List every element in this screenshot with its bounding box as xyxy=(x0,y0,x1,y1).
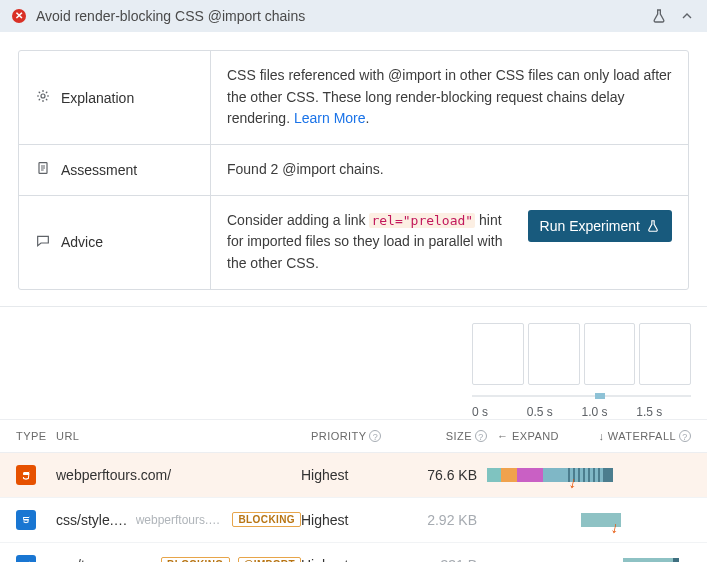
run-experiment-button[interactable]: Run Experiment xyxy=(528,210,672,242)
col-waterfall[interactable]: ↓ WATERFALL xyxy=(598,430,676,442)
progress-track xyxy=(472,395,691,397)
advice-code: rel="preload" xyxy=(369,213,475,228)
request-priority: Highest xyxy=(301,512,397,528)
css-file-icon xyxy=(16,510,36,530)
assessment-text: Found 2 @import chains. xyxy=(227,159,672,181)
filmstrip-frame[interactable] xyxy=(528,323,580,385)
filmstrip-frame[interactable] xyxy=(639,323,691,385)
waterfall-table-header: TYPE URL PRIORITY? SIZE? ← EXPAND ↓ WATE… xyxy=(0,419,707,453)
html-file-icon xyxy=(16,465,36,485)
assessment-row: Assessment Found 2 @import chains. xyxy=(19,144,688,195)
progress-mark xyxy=(595,393,605,399)
advice-label: Advice xyxy=(61,234,103,250)
table-row[interactable]: css/typogra… we… BLOCKING @IMPORT Highes… xyxy=(0,543,707,562)
tick-label: 0.5 s xyxy=(527,405,582,419)
learn-more-link[interactable]: Learn More xyxy=(294,110,366,126)
help-icon[interactable]: ? xyxy=(369,430,381,442)
css-file-icon xyxy=(16,555,36,562)
filmstrip-frame[interactable] xyxy=(584,323,636,385)
issue-title: Avoid render-blocking CSS @import chains xyxy=(36,8,641,24)
chat-icon xyxy=(35,233,51,252)
table-row[interactable]: css/style.css webperftours.co… BLOCKING … xyxy=(0,498,707,543)
blocking-tag: BLOCKING xyxy=(232,512,301,527)
chain-arrow-icon: ↓ xyxy=(609,519,620,536)
request-priority: Highest xyxy=(301,557,397,562)
table-row[interactable]: webperftours.com/ Highest 76.6 KB ↓ xyxy=(0,453,707,498)
col-type[interactable]: TYPE xyxy=(16,430,56,442)
tick-label: 0 s xyxy=(472,405,527,419)
collapse-icon[interactable] xyxy=(679,8,695,24)
request-url: webperftours.com/ xyxy=(56,467,171,483)
request-host: webperftours.co… xyxy=(136,513,225,527)
col-url[interactable]: URL xyxy=(56,430,311,442)
svg-point-0 xyxy=(41,94,45,98)
col-priority[interactable]: PRIORITY xyxy=(311,430,366,442)
blocking-tag: BLOCKING xyxy=(161,557,230,562)
issue-info-panel: Explanation CSS files referenced with @i… xyxy=(18,50,689,290)
col-expand[interactable]: ← EXPAND xyxy=(487,430,569,442)
waterfall-section: 0 s 0.5 s 1.0 s 1.5 s TYPE URL PRIORITY?… xyxy=(0,306,707,562)
request-url: css/style.css xyxy=(56,512,128,528)
clipboard-icon xyxy=(35,160,51,179)
filmstrip xyxy=(472,323,691,385)
request-host: we… xyxy=(131,558,153,562)
help-icon[interactable]: ? xyxy=(475,430,487,442)
col-size[interactable]: SIZE xyxy=(446,430,472,442)
issue-header: ✕ Avoid render-blocking CSS @import chai… xyxy=(0,0,707,32)
waterfall-bar: ↓ xyxy=(477,463,691,487)
filmstrip-frame[interactable] xyxy=(472,323,524,385)
chain-arrow-icon: ↓ xyxy=(567,474,578,491)
sparkle-icon xyxy=(35,88,51,107)
flask-icon[interactable] xyxy=(651,8,667,24)
tick-label: 1.5 s xyxy=(636,405,691,419)
error-icon: ✕ xyxy=(12,9,26,23)
request-priority: Highest xyxy=(301,467,397,483)
explanation-text: CSS files referenced with @import in oth… xyxy=(227,65,672,130)
advice-text: Consider adding a link rel="preload" hin… xyxy=(227,210,518,275)
advice-row: Advice Consider adding a link rel="prelo… xyxy=(19,195,688,289)
request-size: 331 B xyxy=(397,557,477,562)
time-axis: 0 s 0.5 s 1.0 s 1.5 s xyxy=(472,405,691,419)
waterfall-bar: ↓ xyxy=(477,508,691,532)
request-size: 76.6 KB xyxy=(397,467,477,483)
assessment-label: Assessment xyxy=(61,162,137,178)
request-size: 2.92 KB xyxy=(397,512,477,528)
tick-label: 1.0 s xyxy=(582,405,637,419)
explanation-label: Explanation xyxy=(61,90,134,106)
waterfall-bar xyxy=(477,553,691,562)
import-tag: @IMPORT xyxy=(238,557,301,562)
explanation-row: Explanation CSS files referenced with @i… xyxy=(19,51,688,144)
request-url: css/typogra… xyxy=(56,557,123,562)
help-icon[interactable]: ? xyxy=(679,430,691,442)
